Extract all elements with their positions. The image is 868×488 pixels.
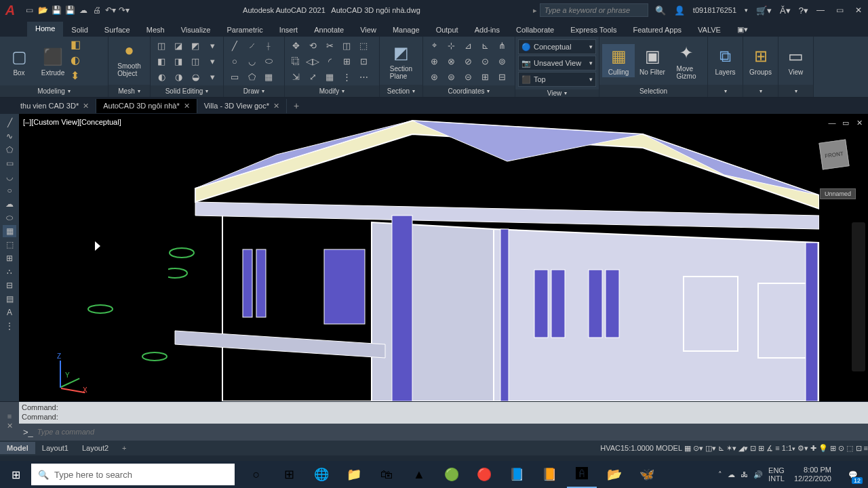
panel-viewp-dd[interactable]: ▾ (778, 85, 813, 97)
c-icon[interactable]: ⊚ (494, 54, 510, 68)
se-icon[interactable]: ◫ (153, 38, 170, 53)
plus-icon[interactable]: ✚ (810, 444, 816, 452)
explorer-icon[interactable]: 📁 (339, 461, 369, 488)
tab-manage[interactable]: Manage (384, 23, 428, 37)
close-button[interactable]: ✕ (849, 0, 868, 20)
ucs-icon[interactable]: ⌖ (426, 38, 442, 53)
iso-icon[interactable]: ◢▾ (738, 444, 748, 452)
m-icon[interactable]: ⋮ (338, 69, 355, 84)
tab-solid[interactable]: Solid (63, 23, 96, 37)
file-tab-1[interactable]: AutoCAD 3D ngôi nhà*✕ (96, 99, 197, 113)
layout-add-button[interactable]: + (115, 442, 133, 454)
grid-icon[interactable]: ▦ (684, 444, 691, 452)
viewcube-unnamed[interactable]: Unnamed (820, 188, 856, 199)
vp-close-icon[interactable]: ✕ (854, 118, 864, 127)
user-name[interactable]: t0918176251 (693, 6, 736, 14)
tray-net-icon[interactable]: 🖧 (741, 470, 748, 479)
close-tab-icon[interactable]: ✕ (83, 102, 89, 110)
app-logo[interactable]: A (0, 0, 20, 20)
tab-extra-icon[interactable]: ▣▾ (729, 22, 756, 37)
edge-icon[interactable]: 🌐 (307, 461, 336, 488)
gear-icon[interactable]: ⚙▾ (797, 444, 808, 452)
clock[interactable]: 8:00 PM12/22/2020 (790, 466, 835, 483)
layers-button[interactable]: ⧉Layers (711, 44, 740, 77)
m-icon[interactable]: ⬚ (355, 38, 372, 53)
panel-layers-dd[interactable]: ▾ (708, 85, 743, 97)
tray-up-icon[interactable]: ˄ (718, 470, 722, 479)
view-scale[interactable]: 1:1 (782, 444, 792, 452)
smooth-object-button[interactable]: ●Smooth Object (111, 38, 149, 79)
line-icon[interactable]: ╱ (226, 38, 243, 53)
app-switch-icon[interactable]: Ă▾ (780, 5, 791, 16)
search-input[interactable]: Type a keyword or phrase (540, 3, 648, 17)
se-icon[interactable]: ▾ (204, 38, 220, 53)
se-icon[interactable]: ◨ (170, 54, 186, 68)
tab-home[interactable]: Home (27, 22, 63, 37)
qat-web-icon[interactable]: ☁ (77, 4, 90, 16)
se-icon[interactable]: ◑ (170, 69, 186, 84)
lw-icon[interactable]: ≡ (775, 444, 779, 452)
c-icon[interactable]: ⋔ (494, 38, 510, 53)
cmd-recent-icon[interactable]: ≡ (7, 412, 12, 420)
arc-icon[interactable]: ◡ (243, 54, 260, 68)
section-plane-button[interactable]: ◩Section Plane (382, 41, 420, 81)
tab-annotate[interactable]: Annotate (306, 23, 352, 37)
extrude-button[interactable]: ⬛Extrude (37, 45, 69, 78)
cart-icon[interactable]: 🛒▾ (756, 5, 772, 16)
tool-text-icon[interactable]: A (3, 306, 16, 319)
visual-style-combo[interactable]: 🔵Conceptual▾ (518, 39, 596, 54)
qat-new-icon[interactable]: ▭ (23, 4, 35, 16)
layout-model[interactable]: Model (0, 442, 35, 454)
se-icon[interactable]: ▾ (204, 54, 220, 68)
c-icon[interactable]: ⊹ (443, 38, 459, 53)
store-icon[interactable]: 🛍 (372, 461, 401, 488)
tool-point-icon[interactable]: ∴ (3, 266, 16, 278)
saved-view-combo[interactable]: 📷Unsaved View▾ (518, 56, 596, 70)
tab-output[interactable]: Output (428, 23, 467, 37)
tab-view[interactable]: View (352, 23, 384, 37)
close-tab-icon[interactable]: ✕ (273, 102, 279, 110)
se-icon[interactable]: ◐ (153, 69, 170, 84)
nav-bar[interactable] (852, 222, 865, 371)
c-icon[interactable]: ⊗ (443, 54, 459, 68)
tab-parametric[interactable]: Parametric (218, 23, 271, 37)
tab-collaborate[interactable]: Collaborate (508, 23, 562, 37)
snap-icon[interactable]: ⊙▾ (693, 444, 703, 452)
panel-modeling-label[interactable]: Modeling▾ (0, 85, 108, 97)
search-icon[interactable]: 🔍 (655, 5, 666, 16)
panel-draw-label[interactable]: Draw▾ (224, 85, 284, 97)
panel-view-label[interactable]: View▾ (515, 89, 599, 97)
tray-cloud-icon[interactable]: ☁ (728, 470, 735, 479)
file-tab-0[interactable]: thu vien CAD 3D*✕ (14, 99, 96, 113)
close-tab-icon[interactable]: ✕ (184, 102, 190, 110)
circle-icon[interactable]: ○ (226, 54, 243, 68)
se-icon[interactable]: ▾ (204, 69, 220, 84)
m-icon[interactable]: ◫ (338, 38, 355, 53)
tool-circle-icon[interactable]: ○ (3, 184, 16, 197)
otrack-icon[interactable]: ∡ (766, 444, 773, 452)
ucs-icon-widget[interactable]: Z Y X (53, 352, 94, 393)
app-icon[interactable]: 🟢 (437, 461, 467, 488)
c-icon[interactable]: ⊛ (426, 69, 442, 84)
presspull-icon[interactable]: ⬍ (71, 69, 85, 84)
layout-2[interactable]: Layout2 (75, 442, 115, 454)
customize-icon[interactable]: ≡ (864, 444, 868, 452)
move-icon[interactable]: ✥ (288, 38, 304, 53)
tool-arc-icon[interactable]: ◡ (3, 171, 16, 183)
file-tab-2[interactable]: Villa - 3D View goc*✕ (197, 99, 287, 113)
tab-addins[interactable]: Add-ins (467, 23, 508, 37)
c-icon[interactable]: ⊿ (460, 38, 476, 53)
qat-redo-icon[interactable]: ↷▾ (118, 4, 130, 16)
viewpanel-button[interactable]: ▭View (781, 44, 810, 77)
tool-line-icon[interactable]: ╱ (3, 117, 16, 129)
anno-scale[interactable]: HVAC15:1.0000 (600, 444, 654, 452)
c-icon[interactable]: ⊾ (477, 38, 493, 53)
ortho-icon[interactable]: ⊾ (718, 444, 724, 452)
new-tab-button[interactable]: + (287, 98, 306, 114)
tab-surface[interactable]: Surface (96, 23, 138, 37)
layout-1[interactable]: Layout1 (35, 442, 75, 454)
help-icon[interactable]: ?▾ (799, 5, 808, 16)
ellipse-icon[interactable]: ⬭ (260, 54, 277, 68)
tool-spline-icon[interactable]: ∿ (3, 130, 16, 142)
cmd-close-icon[interactable]: ✕ (7, 422, 13, 430)
